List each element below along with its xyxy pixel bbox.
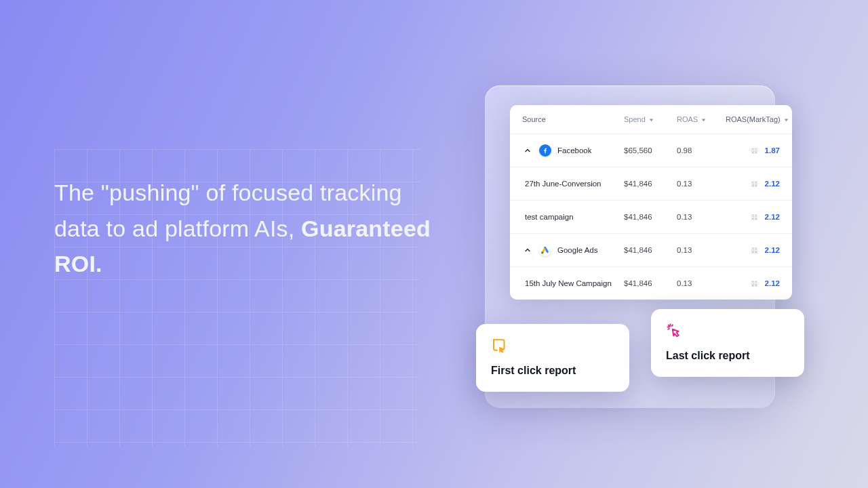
facebook-platform-icon	[539, 144, 551, 157]
table-header-row: Source Spend ROAS ROAS(MarkTag)	[510, 105, 792, 134]
first-click-icon	[491, 338, 509, 355]
cell-source: test campaign	[522, 213, 624, 221]
cell-source: 15th July New Campaign	[522, 279, 624, 287]
google-ads-icon	[540, 245, 550, 255]
marktag-value: 2.12	[765, 279, 780, 287]
marktag-value: 1.87	[765, 146, 780, 155]
table-row[interactable]: Facebook$65,5600.981.87	[510, 134, 792, 167]
last-click-icon	[666, 323, 684, 340]
cell-spend: $41,846	[624, 180, 677, 188]
cell-source: 27th June-Conversion	[522, 180, 624, 188]
cell-source: Google Ads	[522, 244, 624, 256]
column-header-spend[interactable]: Spend	[624, 115, 677, 123]
attribution-table: Source Spend ROAS ROAS(MarkTag) Facebook…	[510, 105, 792, 300]
source-name: Google Ads	[557, 246, 597, 254]
cell-roas: 0.13	[677, 279, 726, 287]
column-header-roas-marktag[interactable]: ROAS(MarkTag)	[726, 115, 789, 123]
column-header-source[interactable]: Source	[522, 115, 624, 123]
first-click-report-card[interactable]: First click report	[476, 324, 629, 392]
cell-roas: 0.98	[677, 146, 726, 155]
source-name: 27th June-Conversion	[525, 180, 601, 188]
marktag-value: 2.12	[765, 246, 780, 254]
facebook-icon	[542, 147, 549, 154]
source-name: 15th July New Campaign	[525, 279, 612, 287]
cell-roas-marktag: 2.12	[726, 213, 780, 221]
chevron-up-icon	[524, 247, 531, 253]
column-header-roas[interactable]: ROAS	[677, 115, 726, 123]
cell-spend: $65,560	[624, 146, 677, 155]
chevron-up-icon	[524, 147, 531, 154]
cell-roas-marktag: 1.87	[726, 146, 780, 155]
google-platform-icon	[539, 244, 551, 256]
cell-roas-marktag: 2.12	[726, 180, 780, 188]
marktag-value: 2.12	[765, 180, 780, 188]
cell-roas: 0.13	[677, 246, 726, 254]
marktag-value: 2.12	[765, 213, 780, 221]
svg-point-0	[541, 251, 544, 254]
table-row[interactable]: test campaign$41,8460.132.12	[510, 200, 792, 233]
cell-source: Facebook	[522, 144, 624, 157]
headline: The "pushing" of focused tracking data t…	[54, 175, 434, 282]
marktag-icon	[751, 147, 758, 155]
cell-roas-marktag: 2.12	[726, 246, 780, 254]
marktag-icon	[751, 214, 758, 221]
cell-spend: $41,846	[624, 213, 677, 221]
expand-toggle[interactable]	[522, 145, 533, 156]
table-row[interactable]: 15th July New Campaign$41,8460.132.12	[510, 266, 792, 300]
cell-spend: $41,846	[624, 246, 677, 254]
sort-down-icon	[783, 117, 789, 123]
source-name: test campaign	[525, 213, 574, 221]
source-name: Facebook	[557, 146, 592, 155]
cell-spend: $41,846	[624, 279, 677, 287]
cell-roas: 0.13	[677, 180, 726, 188]
cell-roas-marktag: 2.12	[726, 279, 780, 287]
sort-down-icon	[648, 117, 654, 123]
sort-down-icon	[701, 117, 707, 123]
marktag-icon	[751, 247, 758, 254]
table-row[interactable]: Google Ads$41,8460.132.12	[510, 233, 792, 266]
marktag-icon	[751, 180, 758, 188]
last-click-label: Last click report	[666, 350, 789, 362]
cell-roas: 0.13	[677, 213, 726, 221]
first-click-label: First click report	[491, 365, 614, 377]
marktag-icon	[751, 280, 758, 287]
expand-toggle[interactable]	[522, 245, 533, 256]
last-click-report-card[interactable]: Last click report	[651, 309, 804, 377]
table-row[interactable]: 27th June-Conversion$41,8460.132.12	[510, 167, 792, 200]
